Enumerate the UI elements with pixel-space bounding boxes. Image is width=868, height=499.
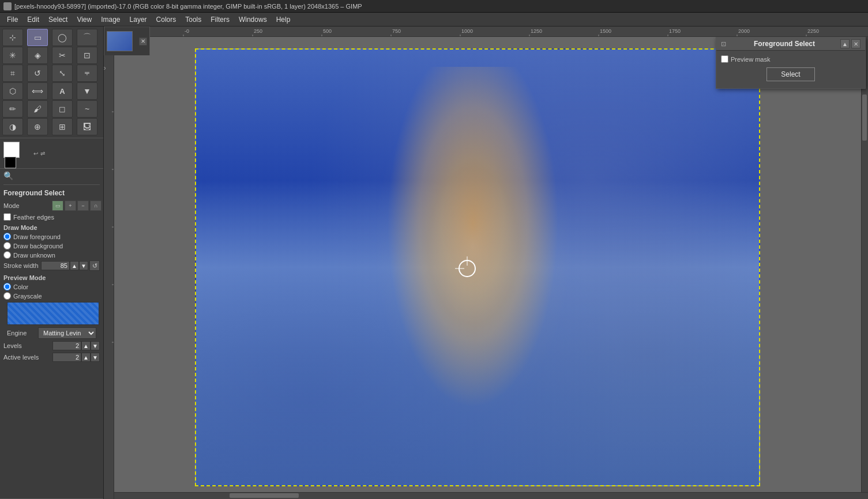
active-levels-input[interactable] bbox=[52, 353, 81, 362]
preview-mask-row: Preview mask bbox=[721, 55, 861, 63]
zoom-tool-icon[interactable]: 🔍 bbox=[3, 171, 13, 180]
svg-text:0: 0 bbox=[104, 67, 107, 70]
menu-windows[interactable]: Windows bbox=[234, 14, 272, 25]
preview-mask-checkbox[interactable] bbox=[721, 55, 728, 63]
draw-unknown-radio[interactable] bbox=[3, 251, 11, 259]
vertical-scrollbar[interactable] bbox=[861, 37, 868, 492]
text-button[interactable]: A bbox=[52, 82, 73, 100]
ruler-top: -250 -0 250 500 750 1000 1250 1500 1750 … bbox=[114, 27, 868, 37]
levels-up[interactable]: ▲ bbox=[81, 341, 91, 350]
stroke-width-up[interactable]: ▲ bbox=[70, 261, 79, 270]
draw-foreground-label[interactable]: Draw foreground bbox=[13, 233, 61, 240]
preview-color-label[interactable]: Color bbox=[13, 283, 28, 290]
preview-mask-label[interactable]: Preview mask bbox=[731, 56, 770, 63]
perspective-button[interactable]: ⬡ bbox=[2, 82, 23, 100]
levels-input[interactable] bbox=[52, 341, 81, 350]
move-tool-button[interactable]: ⊹ bbox=[2, 29, 23, 46]
preview-grayscale-radio[interactable] bbox=[3, 292, 11, 300]
menu-layer[interactable]: Layer bbox=[125, 14, 152, 25]
horizontal-scrollbar-thumb[interactable] bbox=[230, 493, 299, 498]
feather-edges-label[interactable]: Feather edges bbox=[13, 214, 54, 221]
menu-view[interactable]: View bbox=[72, 14, 96, 25]
free-select-button[interactable]: ⌒ bbox=[77, 29, 97, 46]
image-tab[interactable]: ✕ bbox=[104, 27, 150, 55]
select-by-color-button[interactable]: ◈ bbox=[27, 47, 48, 64]
shear-button[interactable]: ⫧ bbox=[77, 65, 97, 82]
menu-help[interactable]: Help bbox=[272, 14, 295, 25]
draw-unknown-label[interactable]: Draw unknown bbox=[13, 252, 55, 259]
foreground-select-panel: ⊡ Foreground Select ▲ ✕ Preview mask Sel… bbox=[716, 37, 866, 89]
horizontal-scrollbar[interactable] bbox=[114, 492, 868, 499]
menu-file[interactable]: File bbox=[2, 14, 22, 25]
levels-down[interactable]: ▼ bbox=[91, 341, 100, 350]
foreground-select-button[interactable]: ⊡ bbox=[77, 47, 97, 64]
mode-subtract-button[interactable]: − bbox=[77, 201, 89, 211]
magnifier-area: 🔍 bbox=[0, 169, 103, 183]
crosshair-cursor bbox=[459, 260, 476, 277]
bucket-fill-button[interactable]: ▼ bbox=[77, 82, 97, 100]
stroke-width-input[interactable] bbox=[41, 261, 70, 270]
color-picker-button[interactable]: ⛾ bbox=[77, 118, 97, 135]
crop-button[interactable]: ⌗ bbox=[2, 65, 23, 82]
draw-background-radio[interactable] bbox=[3, 242, 11, 250]
fuzzy-select-button[interactable]: ✳ bbox=[2, 47, 23, 64]
stroke-width-down[interactable]: ▼ bbox=[79, 261, 88, 270]
menu-tools[interactable]: Tools bbox=[181, 14, 206, 25]
window-title: [pexels-hnoody93-58997] (imported)-17.0 … bbox=[14, 3, 362, 10]
svg-text:500: 500 bbox=[323, 28, 332, 34]
ruler-left-svg: 0 200 400 600 800 1000 bbox=[104, 37, 114, 499]
scale-button[interactable]: ⤡ bbox=[52, 65, 73, 82]
mode-row: Mode ▭ + − ∩ bbox=[3, 201, 100, 211]
preview-mode-section-title: Preview Mode bbox=[3, 274, 100, 281]
clone-button[interactable]: ⊕ bbox=[27, 118, 48, 135]
vertical-scrollbar-thumb[interactable] bbox=[862, 94, 867, 141]
preview-grayscale-label[interactable]: Grayscale bbox=[13, 293, 42, 300]
mode-intersect-button[interactable]: ∩ bbox=[90, 201, 102, 211]
dodge-burn-button[interactable]: ◑ bbox=[2, 118, 23, 135]
foreground-color[interactable] bbox=[3, 142, 20, 158]
feather-edges-row: Feather edges bbox=[3, 213, 100, 221]
mode-add-button[interactable]: + bbox=[65, 201, 76, 211]
mode-icons: ▭ + − ∩ bbox=[52, 201, 102, 211]
rect-select-button[interactable]: ▭ bbox=[27, 29, 48, 46]
draw-unknown-row: Draw unknown bbox=[3, 251, 100, 259]
paintbrush-button[interactable]: 🖌 bbox=[27, 100, 48, 118]
menu-image[interactable]: Image bbox=[96, 14, 125, 25]
image-tab-close[interactable]: ✕ bbox=[139, 37, 147, 46]
svg-text:-0: -0 bbox=[185, 28, 189, 34]
feather-edges-checkbox[interactable] bbox=[3, 213, 11, 221]
image-viewport[interactable]: ⊡ Foreground Select ▲ ✕ Preview mask Sel… bbox=[114, 37, 868, 499]
pencil-button[interactable]: ✏ bbox=[2, 100, 23, 118]
preview-color-row: Color bbox=[3, 283, 100, 290]
scissors-button[interactable]: ✂ bbox=[52, 47, 73, 64]
panel-controls: ▲ ✕ bbox=[840, 39, 861, 48]
active-levels-up[interactable]: ▲ bbox=[81, 353, 91, 362]
preview-color-radio[interactable] bbox=[3, 283, 11, 290]
svg-text:1500: 1500 bbox=[600, 28, 611, 34]
ruler-top-svg: -250 -0 250 500 750 1000 1250 1500 1750 … bbox=[114, 27, 868, 37]
flip-button[interactable]: ⟺ bbox=[27, 82, 48, 100]
menu-colors[interactable]: Colors bbox=[152, 14, 181, 25]
draw-mode-section-title: Draw Mode bbox=[3, 224, 100, 231]
background-color[interactable] bbox=[5, 157, 16, 168]
rotate-button[interactable]: ↺ bbox=[27, 65, 48, 82]
ellipse-select-button[interactable]: ◯ bbox=[52, 29, 73, 46]
active-levels-down[interactable]: ▼ bbox=[91, 353, 100, 362]
stroke-width-reset[interactable]: ↺ bbox=[89, 260, 100, 271]
eraser-button[interactable]: ◻ bbox=[52, 100, 73, 118]
brush-preview bbox=[7, 302, 99, 325]
panel-close-button[interactable]: ✕ bbox=[851, 39, 861, 48]
menu-filters[interactable]: Filters bbox=[206, 14, 234, 25]
reset-colors-icon[interactable]: ↩ bbox=[33, 150, 38, 157]
menu-edit[interactable]: Edit bbox=[22, 14, 44, 25]
engine-select[interactable]: Matting Levin Matting Global bbox=[38, 327, 96, 339]
heal-button[interactable]: ⊞ bbox=[52, 118, 73, 135]
swap-colors-icon[interactable]: ⇌ bbox=[40, 150, 45, 157]
smudge-button[interactable]: ~ bbox=[77, 100, 97, 118]
draw-background-label[interactable]: Draw background bbox=[13, 243, 63, 250]
menu-select[interactable]: Select bbox=[44, 14, 72, 25]
mode-replace-button[interactable]: ▭ bbox=[52, 201, 63, 211]
draw-foreground-radio[interactable] bbox=[3, 233, 11, 240]
panel-up-button[interactable]: ▲ bbox=[840, 39, 850, 48]
select-button[interactable]: Select bbox=[766, 67, 814, 81]
